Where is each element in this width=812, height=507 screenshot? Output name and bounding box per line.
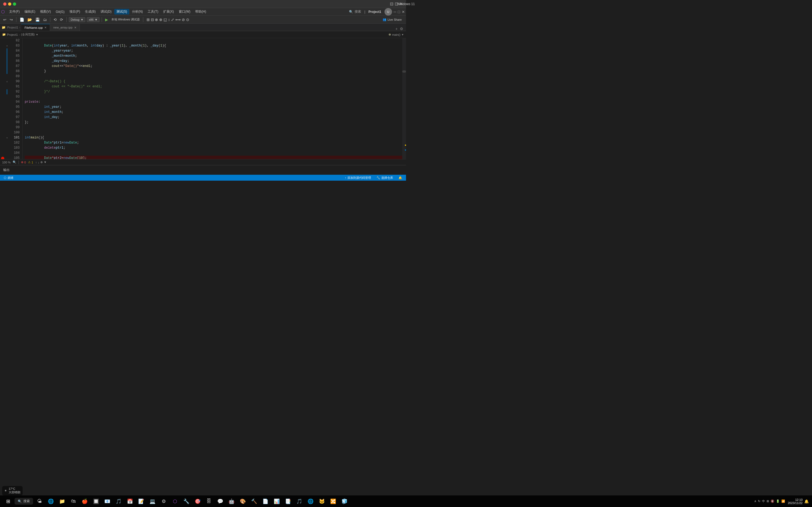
gutter-line-92[interactable] (0, 89, 5, 94)
code-line-92[interactable]: }*/ (25, 89, 402, 94)
gutter-line-93[interactable] (0, 94, 5, 100)
menu-tools[interactable]: 工具(T) (146, 9, 160, 14)
zoom-level[interactable]: 100 % (2, 161, 10, 164)
code-line-97[interactable]: int _day; (25, 115, 402, 120)
nav-filter[interactable]: ⊕ ▼ (40, 161, 47, 164)
window-close-icon[interactable]: ✕ (402, 10, 405, 14)
fold-line-90[interactable]: ▿ (5, 79, 9, 84)
search-menu-text[interactable]: 搜索 (355, 9, 361, 14)
menu-debug[interactable]: 调试(D) (98, 9, 114, 14)
menu-project[interactable]: 项目(P) (67, 9, 82, 14)
code-line-101[interactable]: int main() { (25, 135, 402, 140)
code-line-95[interactable]: int _year; (25, 105, 402, 110)
warning-count[interactable]: ⚠ 1 (28, 161, 33, 164)
code-line-104[interactable] (25, 151, 402, 156)
redo-icon[interactable]: ↪ (9, 17, 14, 22)
code-line-94[interactable]: private: (25, 100, 402, 105)
gutter-line-94[interactable] (0, 100, 5, 105)
gutter-line-97[interactable] (0, 115, 5, 120)
code-line-103[interactable]: delete ptr1; (25, 146, 402, 151)
save-icon[interactable]: 💾 (34, 17, 41, 22)
gutter-line-100[interactable] (0, 130, 5, 135)
nav-up[interactable]: ↑ (35, 161, 37, 164)
menu-view[interactable]: 视图(V) (38, 9, 53, 14)
menu-test[interactable]: 测试(S) (114, 9, 129, 14)
debug-config-dropdown[interactable]: Debug ▼ (69, 17, 85, 22)
source-control-item[interactable]: ↑ 添加到源代码管理 (343, 176, 373, 180)
menu-edit[interactable]: 编辑(E) (22, 9, 37, 14)
tab-filename-cpp[interactable]: FileName.cpp ✕ (21, 24, 50, 31)
gutter-line-101[interactable] (0, 135, 5, 140)
menu-window[interactable]: 窗口(W) (177, 9, 193, 14)
gutter-line-84[interactable] (0, 48, 5, 54)
gutter-line-88[interactable] (0, 69, 5, 74)
code-line-100[interactable] (25, 130, 402, 135)
open-file-icon[interactable]: 📂 (26, 17, 33, 22)
vs-status-item[interactable]: ⬡ 就绪 (2, 176, 15, 180)
window-min-icon[interactable]: ─ (394, 10, 396, 14)
undo2-icon[interactable]: ⟲ (52, 17, 58, 22)
code-line-85[interactable]: _month = month; (25, 54, 402, 59)
gutter-line-104[interactable] (0, 151, 5, 156)
scrollbar-area[interactable] (402, 38, 406, 159)
various-toolbar-icons[interactable]: ⊞ ⊟ ⊗ ⊕ ◱ ↕ ⤢ ⟺ ⊘ ⊙ (146, 17, 191, 22)
close-button[interactable] (3, 2, 6, 6)
breakpoint-gutter[interactable] (0, 38, 5, 159)
user-avatar[interactable]: U (384, 8, 392, 15)
notification-item[interactable]: 🔔 (397, 176, 404, 180)
window-restore-icon[interactable]: □ (398, 10, 400, 14)
code-editor[interactable]: Date(int year, int month, int day) : _ye… (22, 38, 402, 159)
gutter-line-86[interactable] (0, 59, 5, 64)
gutter-line-91[interactable] (0, 84, 5, 89)
platform-dropdown[interactable]: x86 ▼ (87, 17, 100, 22)
code-line-96[interactable]: int _month; (25, 110, 402, 115)
gutter-line-99[interactable] (0, 125, 5, 130)
run-label[interactable]: 本地 Windows 调试器 (110, 17, 141, 22)
code-line-84[interactable]: _year = year; (25, 48, 402, 54)
new-file-icon[interactable]: 📄 (18, 17, 25, 22)
vs-logo[interactable]: ⬡ (1, 9, 5, 14)
maximize-button[interactable] (13, 2, 16, 6)
code-line-98[interactable]: }; (25, 120, 402, 125)
minimize-button[interactable] (8, 2, 11, 6)
gutter-line-96[interactable] (0, 110, 5, 115)
code-line-91[interactable]: cout << "~Date()" << endl; (25, 84, 402, 89)
select-repo-item[interactable]: 🔧 选择仓库 (375, 176, 395, 180)
redo2-icon[interactable]: ⟳ (59, 17, 64, 22)
code-line-93[interactable] (25, 94, 402, 100)
gutter-line-102[interactable] (0, 140, 5, 146)
gutter-line-105[interactable] (0, 156, 5, 159)
code-line-89[interactable] (25, 74, 402, 79)
scroll-thumb[interactable] (402, 70, 406, 72)
gutter-line-85[interactable] (0, 54, 5, 59)
menu-build[interactable]: 生成(B) (83, 9, 98, 14)
nav-down[interactable]: ↓ (38, 161, 40, 164)
menu-git[interactable]: Git(G) (54, 9, 67, 14)
undo-icon[interactable]: ↩ (2, 17, 7, 22)
code-line-88[interactable]: } (25, 69, 402, 74)
gutter-line-82[interactable] (0, 38, 5, 43)
fold-line-101[interactable]: ▿ (5, 135, 9, 140)
gutter-line-103[interactable] (0, 146, 5, 151)
code-line-83[interactable]: Date(int year, int month, int day) : _ye… (25, 43, 402, 48)
tab-new-array-cpp[interactable]: new_array.cpp ✕ (50, 24, 79, 31)
gutter-line-89[interactable] (0, 74, 5, 79)
live-share-button[interactable]: 👥 Live Share (380, 17, 404, 22)
code-line-102[interactable]: Date* ptr1 = new Date; (25, 140, 402, 146)
project-breadcrumb[interactable]: Project1 (7, 26, 18, 29)
code-line-105[interactable]: Date* ptr2 = new Date[10]; (25, 156, 402, 159)
code-line-90[interactable]: /*~Date() { (25, 79, 402, 84)
code-line-87[interactable]: cout << "Date()" << endl; (25, 64, 402, 69)
menu-extensions[interactable]: 扩展(X) (161, 9, 176, 14)
tab-filename-cpp-close[interactable]: ✕ (44, 26, 47, 29)
gutter-line-90[interactable] (0, 79, 5, 84)
code-line-82[interactable] (25, 38, 402, 43)
code-line-99[interactable] (25, 125, 402, 130)
menu-file[interactable]: 文件(F) (7, 9, 22, 14)
error-count[interactable]: ⊗ 0 (21, 161, 26, 164)
run-icon[interactable]: ▶ (104, 17, 109, 22)
fold-line-83[interactable]: ▿ (5, 43, 9, 48)
tab-new-array-cpp-close[interactable]: ✕ (74, 26, 76, 29)
gutter-line-87[interactable] (0, 64, 5, 69)
save-all-icon[interactable]: 🗂 (42, 17, 48, 22)
